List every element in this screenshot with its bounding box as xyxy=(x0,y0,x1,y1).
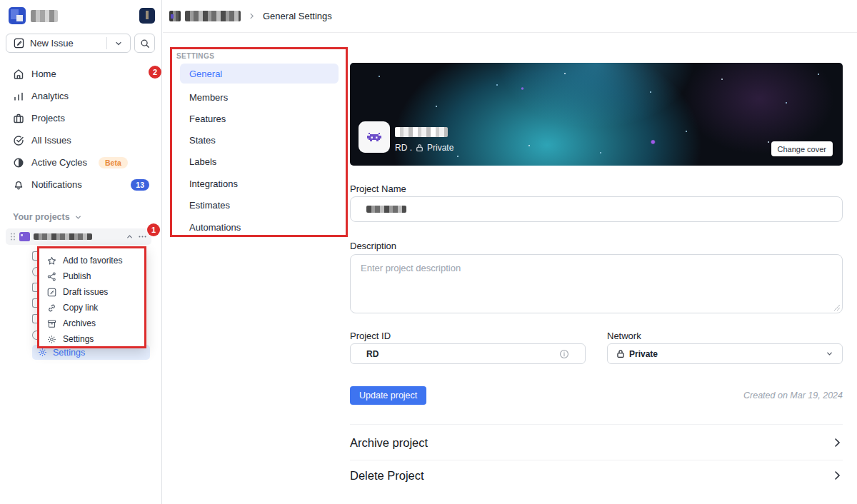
archive-project-row[interactable]: Archive project xyxy=(350,434,843,451)
project-row[interactable] xyxy=(6,228,151,245)
chevron-down-icon xyxy=(74,213,82,221)
chevron-right-icon xyxy=(831,437,843,448)
menu-item-publish[interactable]: Publish xyxy=(39,268,144,284)
your-projects-header[interactable]: Your projects xyxy=(13,212,82,222)
chevron-right-icon xyxy=(831,470,843,481)
user-avatar[interactable] xyxy=(139,8,155,24)
project-cover-image: RD . Private Change cover xyxy=(350,63,843,166)
menu-item-label: Archives xyxy=(63,318,96,328)
network-label: Network xyxy=(607,331,641,341)
archive-icon xyxy=(47,319,56,328)
settings-tab-label: Integrations xyxy=(189,178,238,189)
project-id-label: Project ID xyxy=(350,331,391,341)
sidebar-item-label: Projects xyxy=(31,113,65,124)
ellipsis-icon[interactable] xyxy=(138,232,147,241)
contrast-icon xyxy=(13,157,24,168)
project-emoji xyxy=(19,232,30,241)
archive-project-label: Archive project xyxy=(350,436,428,450)
workspace-name-redacted[interactable] xyxy=(31,10,58,22)
briefcase-icon xyxy=(13,113,24,124)
settings-tab-labels[interactable]: Labels xyxy=(180,151,339,171)
project-avatar[interactable] xyxy=(359,121,390,153)
menu-item-label: Publish xyxy=(63,271,91,281)
sidebar-item-home[interactable]: Home xyxy=(6,63,156,85)
lock-icon xyxy=(616,349,625,358)
new-issue-button[interactable]: New Issue xyxy=(6,34,131,53)
settings-active-label: Settings xyxy=(53,348,85,358)
settings-tab-automations[interactable]: Automations xyxy=(180,217,339,237)
menu-item-copy-link[interactable]: Copy link xyxy=(39,300,144,316)
sidebar-item-notifications[interactable]: Notifications 13 xyxy=(6,173,156,196)
settings-nav-heading: SETTINGS xyxy=(176,52,214,60)
breadcrumb-current: General Settings xyxy=(263,11,332,21)
settings-tab-members[interactable]: Members xyxy=(180,87,339,107)
drag-handle-icon[interactable] xyxy=(10,232,16,241)
breadcrumb-project-icon xyxy=(169,11,181,21)
home-icon xyxy=(13,69,24,80)
app-window: New Issue Home Analytics P xyxy=(0,0,857,504)
change-cover-button[interactable]: Change cover xyxy=(771,141,833,156)
cover-project-id: RD . xyxy=(395,143,412,153)
sidebar-item-projects[interactable]: Projects xyxy=(6,107,156,129)
description-label: Description xyxy=(350,241,396,251)
settings-tab-label: Labels xyxy=(189,156,216,167)
menu-item-draft-issues[interactable]: Draft issues xyxy=(39,284,144,300)
sidebar-item-all-issues[interactable]: All Issues xyxy=(6,129,156,151)
sidebar-item-label: All Issues xyxy=(31,135,71,146)
settings-tab-label: States xyxy=(189,135,216,146)
network-value: Private xyxy=(629,349,658,359)
pencil-square-icon xyxy=(47,288,56,297)
project-name-input[interactable] xyxy=(350,196,843,222)
settings-tab-general[interactable]: General xyxy=(180,64,339,84)
gear-icon xyxy=(38,348,47,357)
settings-tab-states[interactable]: States xyxy=(180,130,339,150)
settings-nav-panel: SETTINGS General Members Features States… xyxy=(170,47,348,237)
project-id-input[interactable]: RD xyxy=(350,343,586,364)
description-textarea[interactable]: Enter project description xyxy=(350,254,843,313)
settings-tab-features[interactable]: Features xyxy=(180,109,339,128)
info-icon[interactable] xyxy=(559,349,569,359)
your-projects-label: Your projects xyxy=(13,212,70,222)
workspace-logo[interactable] xyxy=(9,7,26,24)
delete-project-row[interactable]: Delete Project xyxy=(350,467,843,484)
search-button[interactable] xyxy=(134,34,155,53)
analytics-icon xyxy=(13,91,24,102)
update-project-button[interactable]: Update project xyxy=(350,386,426,405)
workspace-header xyxy=(9,6,155,25)
settings-tab-label: Automations xyxy=(189,222,241,233)
gear-icon xyxy=(47,335,56,344)
space-invader-icon xyxy=(366,130,382,144)
menu-item-label: Add to favorites xyxy=(63,256,122,266)
sidebar-item-analytics[interactable]: Analytics xyxy=(6,85,156,107)
chevron-up-icon[interactable] xyxy=(126,233,134,241)
pencil-square-icon xyxy=(14,38,24,49)
sidebar-item-label: Notifications xyxy=(31,179,82,190)
menu-item-archives[interactable]: Archives xyxy=(39,316,144,331)
annotation-marker-2: 2 xyxy=(149,66,161,79)
menu-item-add-to-favorites[interactable]: Add to favorites xyxy=(39,253,144,268)
settings-tab-label: General xyxy=(189,69,222,79)
settings-tab-integrations[interactable]: Integrations xyxy=(180,173,339,193)
beta-badge: Beta xyxy=(99,157,128,168)
settings-tab-estimates[interactable]: Estimates xyxy=(180,195,339,215)
section-divider xyxy=(350,424,843,425)
sidebar-actions: New Issue xyxy=(6,34,155,53)
settings-tab-label: Members xyxy=(189,92,228,103)
check-circle-icon xyxy=(13,135,24,146)
breadcrumb-bar: General Settings xyxy=(163,0,857,33)
sidebar-item-label: Active Cycles xyxy=(31,157,87,168)
network-select[interactable]: Private xyxy=(607,343,843,364)
chevron-down-icon xyxy=(826,350,833,358)
new-issue-main[interactable]: New Issue xyxy=(6,38,106,49)
settings-tab-label: Estimates xyxy=(189,200,230,211)
sidebar-item-active-cycles[interactable]: Active Cycles Beta xyxy=(6,151,156,173)
settings-tab-label: Features xyxy=(189,114,226,124)
menu-item-settings[interactable]: Settings xyxy=(39,331,144,347)
notifications-count-badge: 13 xyxy=(131,179,149,191)
share-icon xyxy=(47,272,56,281)
breadcrumb-project-name-redacted[interactable] xyxy=(185,11,241,21)
new-issue-dropdown[interactable] xyxy=(107,39,130,48)
resize-handle[interactable] xyxy=(834,305,840,311)
project-id-value: RD xyxy=(366,349,379,359)
section-divider xyxy=(350,460,843,460)
